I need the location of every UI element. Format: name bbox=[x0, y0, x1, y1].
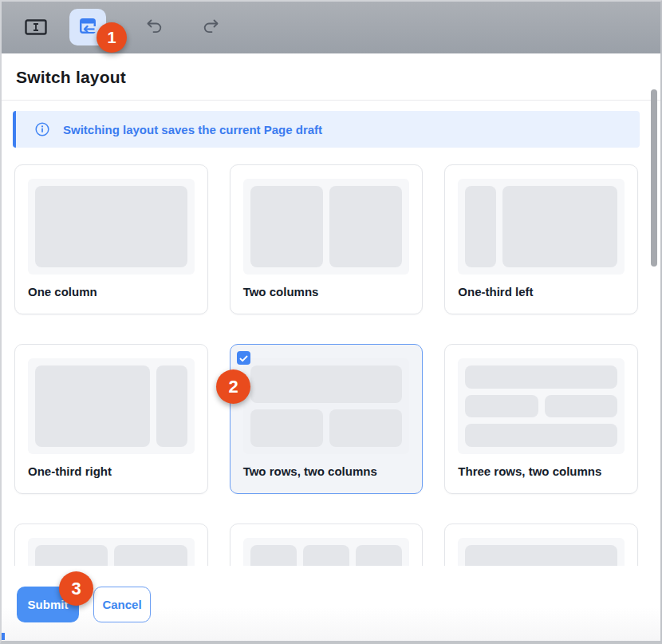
preview-block bbox=[545, 395, 617, 418]
undo-icon bbox=[145, 26, 164, 38]
preview-block bbox=[465, 365, 617, 389]
layout-card-label: Three rows, two columns bbox=[458, 464, 601, 478]
preview-row bbox=[35, 186, 187, 267]
layout-preview bbox=[458, 179, 625, 275]
info-icon bbox=[35, 122, 49, 136]
preview-block bbox=[465, 186, 495, 267]
layout-preview bbox=[28, 358, 195, 454]
layout-preview bbox=[243, 179, 410, 275]
preview-block bbox=[35, 365, 150, 447]
layout-card-label: One-third left bbox=[458, 285, 533, 298]
undo-button[interactable] bbox=[144, 18, 165, 37]
layout-card-label: Two rows, two columns bbox=[243, 464, 377, 478]
layout-card-6[interactable]: Three rows, two columns bbox=[444, 344, 638, 494]
preview-row bbox=[250, 365, 403, 403]
preview-block bbox=[502, 186, 617, 267]
layout-card-5[interactable]: Two rows, two columns bbox=[230, 344, 424, 494]
preview-row bbox=[465, 395, 617, 418]
switch-layout-icon bbox=[77, 16, 98, 39]
layout-preview bbox=[458, 358, 625, 454]
preview-row bbox=[465, 424, 617, 447]
layout-preview bbox=[243, 358, 410, 454]
dialog-title: Switch layout bbox=[2, 53, 660, 100]
layout-card-label: One column bbox=[28, 285, 97, 298]
preview-row bbox=[465, 365, 617, 389]
layout-card-label: Two columns bbox=[243, 285, 319, 298]
preview-row bbox=[250, 186, 403, 267]
preview-block bbox=[329, 186, 402, 267]
preview-row bbox=[35, 365, 187, 447]
preview-row bbox=[465, 186, 617, 267]
layout-card-1[interactable]: One column bbox=[14, 164, 208, 314]
layout-card-label: One-third right bbox=[28, 464, 112, 478]
vertical-scrollbar-thumb[interactable] bbox=[651, 89, 657, 267]
redo-icon bbox=[201, 26, 220, 38]
preview-block bbox=[250, 186, 323, 267]
layout-card-4[interactable]: One-third right bbox=[14, 344, 208, 494]
annotation-badge-2: 2 bbox=[216, 369, 250, 404]
app-window: Switch layout Switching layout saves the… bbox=[0, 0, 662, 644]
preview-block bbox=[35, 186, 187, 267]
preview-block bbox=[329, 409, 402, 447]
info-banner: Switching layout saves the current Page … bbox=[13, 111, 640, 148]
preview-block bbox=[465, 424, 617, 447]
layout-preview bbox=[28, 179, 195, 275]
info-banner-text: Switching layout saves the current Page … bbox=[63, 123, 322, 136]
checkmark-icon bbox=[239, 351, 248, 365]
focus-corner-mark bbox=[2, 633, 5, 640]
preview-block bbox=[465, 395, 538, 418]
preview-block bbox=[250, 409, 323, 447]
annotation-badge-1: 1 bbox=[97, 22, 127, 53]
redo-button[interactable] bbox=[200, 18, 221, 37]
preview-block bbox=[156, 365, 187, 447]
dialog-footer: Submit Cancel bbox=[2, 566, 660, 641]
preview-block bbox=[250, 365, 403, 403]
layout-card-2[interactable]: Two columns bbox=[230, 164, 424, 314]
title-divider bbox=[2, 100, 660, 101]
selected-checkbox[interactable] bbox=[237, 351, 250, 365]
cancel-button[interactable]: Cancel bbox=[93, 587, 151, 622]
text-field-icon bbox=[25, 26, 47, 38]
text-field-tool-button[interactable] bbox=[25, 19, 47, 35]
switch-layout-dialog: Switch layout Switching layout saves the… bbox=[2, 53, 660, 641]
layout-card-3[interactable]: One-third left bbox=[444, 164, 638, 314]
preview-row bbox=[250, 409, 403, 447]
annotation-badge-3: 3 bbox=[59, 571, 93, 606]
